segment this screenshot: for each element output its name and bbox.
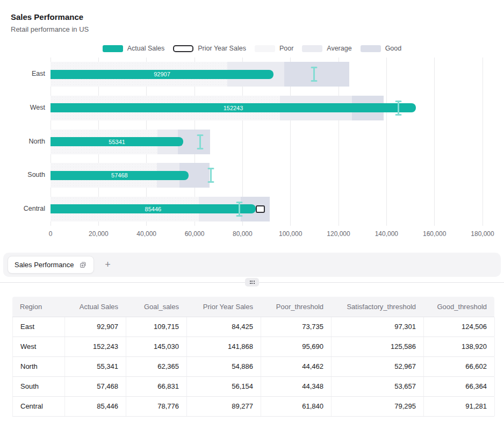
legend-swatch-actual	[103, 45, 123, 52]
goal-marker[interactable]	[311, 66, 318, 82]
tab-sales-performance[interactable]: Sales Performance	[8, 256, 94, 274]
goal-marker[interactable]	[236, 201, 243, 217]
table-body: East92,907109,71584,42573,73597,301124,5…	[12, 317, 494, 417]
panel-divider	[0, 282, 504, 283]
goal-marker[interactable]	[197, 134, 204, 150]
table-cell[interactable]: 66,602	[424, 357, 495, 376]
table-cell[interactable]: East	[13, 317, 65, 337]
legend-item-prior[interactable]: Prior Year Sales	[173, 45, 246, 52]
column-header-satisfactory-threshold[interactable]: Satisfactory_threshold	[331, 297, 423, 317]
table-cell[interactable]: 109,715	[126, 317, 187, 337]
actual-sales-bar[interactable]: 57468	[51, 171, 189, 180]
table-cell[interactable]: 84,425	[187, 317, 261, 337]
add-tab-button[interactable]: +	[102, 259, 114, 271]
legend-swatch-poor	[255, 45, 275, 52]
column-header-actual-sales[interactable]: Actual Sales	[64, 297, 126, 317]
table-cell[interactable]: 89,277	[187, 397, 261, 416]
table-cell[interactable]: North	[13, 357, 65, 376]
x-tick-label: 120,000	[317, 230, 360, 238]
table-cell[interactable]: 56,154	[187, 377, 261, 396]
legend-label: Actual Sales	[127, 45, 164, 52]
chart-legend: Actual SalesPrior Year SalesPoorAverageG…	[0, 45, 504, 52]
table-cell[interactable]: 57,468	[65, 377, 126, 396]
actual-sales-bar[interactable]: 85446	[51, 204, 256, 213]
app-page: Sales Performance Retail performance in …	[0, 0, 504, 429]
legend-swatch-average	[302, 45, 322, 52]
table-cell[interactable]: 125,586	[332, 337, 424, 356]
legend-label: Good	[385, 45, 402, 52]
column-header-region[interactable]: Region	[12, 297, 64, 317]
table-cell[interactable]: 44,462	[261, 357, 332, 376]
actual-sales-bar[interactable]: 152243	[51, 103, 416, 112]
page-title: Sales Performance	[11, 12, 83, 22]
table-cell[interactable]: 61,840	[261, 397, 332, 416]
table-cell[interactable]: 54,886	[187, 357, 261, 376]
resize-handle[interactable]	[245, 278, 259, 287]
legend-item-average[interactable]: Average	[302, 45, 351, 52]
table-cell[interactable]: West	[13, 337, 65, 356]
actual-sales-bar[interactable]: 55341	[51, 137, 183, 146]
table-cell[interactable]: 85,446	[65, 397, 126, 416]
prior-year-marker[interactable]	[256, 205, 265, 213]
x-tick-label: 180,000	[461, 230, 504, 238]
category-label: North	[0, 138, 45, 145]
table-cell[interactable]: 92,907	[65, 317, 126, 337]
legend-label: Poor	[279, 45, 293, 52]
legend-item-good[interactable]: Good	[361, 45, 402, 52]
table-row: North55,34162,36554,88644,46252,96766,60…	[12, 357, 494, 377]
category-label: West	[0, 104, 45, 111]
table-cell[interactable]: 97,301	[332, 317, 424, 337]
bar-value-label: 92907	[154, 71, 170, 77]
table-cell[interactable]: 73,735	[261, 317, 332, 337]
table-cell[interactable]: 79,295	[332, 397, 424, 416]
table-row: South57,46866,83156,15444,34853,65766,36…	[12, 377, 494, 397]
category-label: South	[0, 171, 45, 178]
gridline	[434, 58, 435, 226]
legend-item-actual[interactable]: Actual Sales	[103, 45, 164, 52]
column-header-prior-year-sales[interactable]: Prior Year Sales	[186, 297, 261, 317]
table-cell[interactable]: 62,365	[126, 357, 187, 376]
legend-swatch-prior	[173, 45, 193, 52]
data-table: RegionActual SalesGoal_salesPrior Year S…	[12, 297, 494, 417]
sheet-tab-bar: Sales Performance +	[3, 253, 501, 277]
bar-value-label: 152243	[224, 105, 243, 111]
table-cell[interactable]: 152,243	[65, 337, 126, 356]
table-cell[interactable]: 78,776	[126, 397, 187, 416]
x-tick-label: 100,000	[269, 230, 312, 238]
x-tick-label: 140,000	[365, 230, 408, 238]
table-cell[interactable]: 66,364	[424, 377, 495, 396]
table-cell[interactable]: Central	[13, 397, 65, 416]
table-row: West152,243145,030141,86895,690125,58613…	[12, 337, 494, 357]
legend-label: Average	[327, 45, 351, 52]
table-cell[interactable]: South	[13, 377, 65, 396]
actual-sales-bar[interactable]: 92907	[51, 70, 273, 79]
page-subtitle: Retail performance in US	[11, 25, 89, 33]
category-label: Central	[0, 205, 45, 212]
x-tick-label: 80,000	[221, 230, 264, 238]
table-cell[interactable]: 66,831	[126, 377, 187, 396]
tab-label: Sales Performance	[15, 261, 74, 269]
table-row: Central85,44678,77689,27761,84079,29591,…	[12, 397, 494, 417]
table-cell[interactable]: 145,030	[126, 337, 187, 356]
table-cell[interactable]: 138,920	[424, 337, 495, 356]
table-cell[interactable]: 55,341	[65, 357, 126, 376]
table-cell[interactable]: 95,690	[261, 337, 332, 356]
table-cell[interactable]: 91,281	[424, 397, 495, 416]
goal-marker[interactable]	[395, 100, 402, 116]
bar-value-label: 55341	[109, 139, 125, 145]
table-cell[interactable]: 141,868	[187, 337, 261, 356]
table-cell[interactable]: 52,967	[332, 357, 424, 376]
x-tick-label: 20,000	[77, 230, 120, 238]
table-cell[interactable]: 124,506	[424, 317, 495, 337]
table-cell[interactable]: 53,657	[332, 377, 424, 396]
goal-marker[interactable]	[207, 167, 214, 183]
gridline	[386, 58, 387, 226]
duplicate-tab-icon[interactable]	[79, 261, 87, 269]
x-tick-label: 0	[29, 230, 72, 238]
x-tick-label: 160,000	[413, 230, 456, 238]
column-header-poor-threshold[interactable]: Poor_threshold	[261, 297, 331, 317]
legend-item-poor[interactable]: Poor	[255, 45, 293, 52]
column-header-goal-sales[interactable]: Goal_sales	[126, 297, 186, 317]
column-header-good-threshold[interactable]: Good_threshold	[423, 297, 494, 317]
table-cell[interactable]: 44,348	[261, 377, 332, 396]
